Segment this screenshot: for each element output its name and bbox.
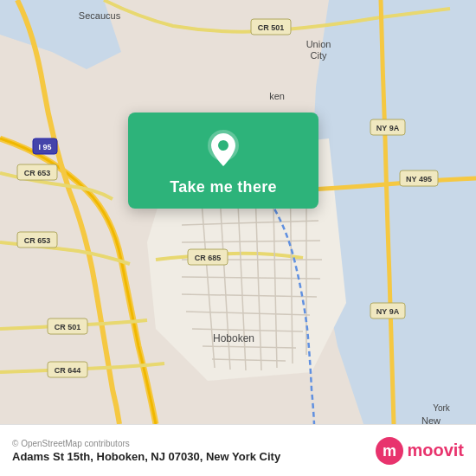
svg-text:City: City (311, 50, 327, 61)
map-container: CR 501 I 95 CR 653 CR 653 CR 685 CR 501 … (0, 0, 476, 424)
svg-text:Union: Union (306, 39, 331, 49)
bottom-left-info: © OpenStreetMap contributors Adams St 15… (12, 439, 280, 463)
popup-card: Take me there (128, 113, 318, 209)
svg-text:NY 9A: NY 9A (376, 124, 400, 132)
moovit-logo: m moovit (376, 437, 464, 465)
svg-text:CR 644: CR 644 (55, 366, 81, 375)
map-background: CR 501 I 95 CR 653 CR 653 CR 685 CR 501 … (0, 0, 476, 424)
svg-text:Hoboken: Hoboken (213, 332, 254, 344)
svg-text:CR 501: CR 501 (258, 23, 285, 32)
location-pin-icon (203, 128, 244, 170)
svg-text:I 95: I 95 (38, 143, 51, 151)
take-me-there-button[interactable]: Take me there (170, 178, 277, 196)
svg-text:New: New (421, 415, 441, 424)
svg-text:CR 653: CR 653 (24, 236, 51, 245)
svg-text:NY 9A: NY 9A (376, 307, 400, 316)
address-text: Adams St 15th, Hoboken, NJ 07030, New Yo… (12, 450, 280, 463)
moovit-icon: m (376, 437, 403, 465)
svg-text:York: York (433, 403, 451, 413)
moovit-wordmark: moovit (407, 441, 464, 460)
copyright-text: © OpenStreetMap contributors (12, 439, 280, 448)
svg-text:CR 501: CR 501 (55, 323, 81, 331)
svg-text:CR 685: CR 685 (195, 254, 222, 262)
svg-text:ken: ken (269, 91, 285, 101)
svg-point-51 (218, 140, 228, 151)
svg-text:CR 653: CR 653 (24, 169, 51, 177)
svg-text:m: m (383, 442, 396, 460)
svg-text:NY 495: NY 495 (406, 175, 432, 183)
bottom-bar: © OpenStreetMap contributors Adams St 15… (0, 424, 476, 476)
svg-text:Secaucus: Secaucus (79, 10, 121, 21)
